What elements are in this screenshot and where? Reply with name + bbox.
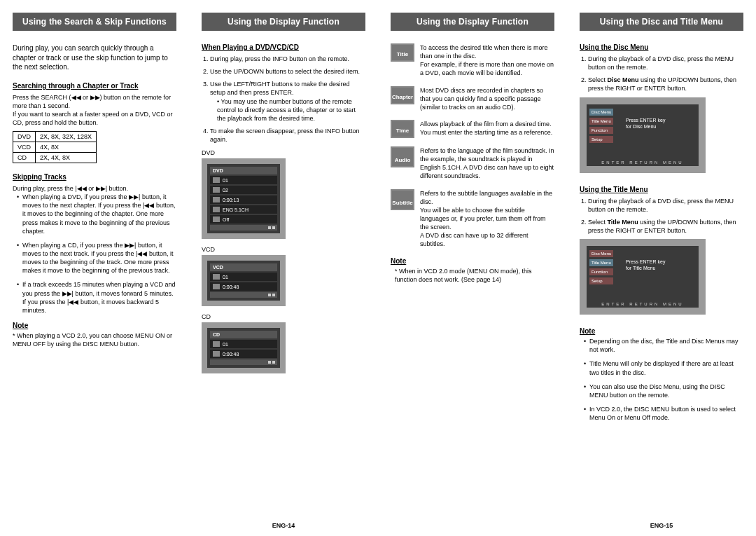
def-time: Time Allows playback of the film from a … (391, 120, 554, 138)
header-bar: Using the Search & Skip Functions (13, 13, 176, 31)
prev-icon: |◀◀ (67, 298, 78, 305)
col-disc-title-menu: Using the Disc and Title Menu Using the … (567, 0, 756, 536)
note-head: Note (580, 327, 743, 335)
fwd-icon: ▶▶ (90, 94, 100, 101)
menu-item: Disc Menu (589, 109, 613, 116)
t: Press the SEARCH ( (13, 94, 71, 101)
title-icon: Title (391, 43, 414, 62)
t: ENG 5.1CH (223, 207, 248, 212)
menu-item: Function (589, 127, 613, 134)
t: When playing a CD, if you press the (22, 242, 125, 249)
track-icon (213, 274, 220, 280)
tv-bottom-bar: ENTER RETURN MENU (587, 302, 699, 306)
t: Use the LEFT/RIGHT buttons to make the d… (210, 81, 349, 96)
subtitle-icon: Subtitle (391, 189, 414, 210)
menu-item: Setup (589, 277, 613, 284)
audio-icon: Audio (391, 146, 414, 167)
list-item: When playing a CD, if you press the ▶▶| … (17, 241, 176, 275)
next-icon: ▶▶| (96, 185, 107, 192)
speed-table: DVD2X, 8X, 32X, 128X VCD4X, 8X CD2X, 4X,… (13, 131, 97, 163)
t: Off (223, 217, 229, 222)
def-audio: Audio Refers to the language of the film… (391, 146, 554, 181)
def-text: To access the desired title when there i… (420, 43, 554, 78)
cell: CD (13, 153, 36, 163)
osd-label-cd: CD (202, 313, 365, 320)
rewind-icon: ◀◀ (71, 94, 81, 101)
t: 01 (223, 178, 228, 183)
note-text: * When in VCD 2.0 mode (MENU ON mode), t… (391, 267, 554, 284)
tv-title-menu: Disc Menu Title Menu Function Setup Pres… (580, 239, 706, 315)
def-title: Title To access the desired title when t… (391, 43, 554, 78)
list-item: Depending on the disc, the Title and Dis… (584, 337, 743, 354)
t: You may use the number buttons of the re… (217, 98, 356, 122)
subhead-play: When Playing a DVD/VCD/CD (202, 43, 365, 51)
tv-disc-menu: Disc Menu Title Menu Function Setup Pres… (580, 97, 706, 173)
osd-label-vcd: VCD (202, 246, 365, 253)
subhead-search: Searching through a Chapter or Track (13, 82, 176, 90)
t: button. (107, 185, 128, 192)
list-item: Use the LEFT/RIGHT buttons to make the d… (210, 80, 365, 123)
list-item: When playing a DVD, if you press the ▶▶|… (17, 193, 176, 235)
subhead-title: Using the Title Menu (580, 186, 743, 193)
list-item: During play, press the INFO button on th… (210, 55, 365, 63)
t: Select (588, 76, 608, 83)
col-display-2: Using the Display Function Title To acce… (378, 0, 567, 536)
chapter-icon: Chapter (391, 86, 414, 104)
track-icon (213, 341, 220, 347)
title-steps: During the playback of a DVD disc, press… (580, 197, 743, 235)
menu-item: Function (589, 268, 613, 275)
cell: 2X, 8X, 32X, 128X (36, 132, 97, 142)
list-item: You can also use the Disc Menu, using th… (584, 383, 743, 399)
list-item: If a track exceeds 15 minutes when playi… (17, 280, 176, 315)
t: 02 (223, 188, 228, 193)
menu-item: Title Menu (589, 118, 613, 125)
audio-icon (213, 207, 220, 212)
manual-spread: Using the Search & Skip Functions During… (0, 0, 756, 536)
def-text: Allows playback of the film from a desir… (420, 120, 554, 138)
next-icon: ▶▶| (129, 193, 140, 200)
time-icon (213, 197, 220, 202)
cell: 2X, 4X, 8X (36, 153, 97, 163)
page-number-left: ENG-14 (189, 522, 378, 529)
list-item: Title Menu will only be displayed if the… (584, 359, 743, 376)
t: Disc Menu (608, 76, 639, 83)
list-item: Use the UP/DOWN buttons to select the de… (210, 67, 365, 76)
def-text: Most DVD discs are recorded in chapters … (420, 86, 554, 111)
def-text: Refers to the language of the film sound… (420, 146, 554, 181)
next-icon: ▶▶| (125, 242, 136, 249)
time-icon (213, 351, 220, 357)
steps-list: During play, press the INFO button on th… (202, 55, 365, 144)
t: 0:00:13 (223, 198, 239, 202)
note-bullets: Depending on the disc, the Title and Dis… (580, 337, 743, 422)
note-head: Note (391, 257, 554, 265)
page-number-right: ENG-15 (567, 522, 756, 529)
t: for Disc Menu (626, 124, 656, 129)
tv-bottom-bar: ENTER RETURN MENU (587, 160, 699, 165)
list-item: During the playback of a DVD disc, press… (588, 55, 743, 71)
cell: 4X, 8X (36, 142, 97, 153)
def-subtitle: Subtitle Refers to the subtitle language… (391, 189, 554, 249)
substep: • You may use the number buttons of the … (210, 97, 365, 123)
t: When playing a DVD, if you press the (22, 193, 129, 200)
time-icon: Time (391, 120, 414, 138)
skip-line: During play, press the |◀◀ or ▶▶| button… (13, 184, 176, 193)
prev-icon: |◀◀ (143, 202, 154, 209)
t: CD (213, 332, 220, 337)
t: for Title Menu (626, 266, 655, 270)
menu-item: Title Menu (589, 259, 613, 266)
chapter-icon (213, 187, 220, 193)
list-item: Select Title Menu using the UP/DOWN butt… (588, 218, 743, 235)
time-icon (213, 284, 220, 289)
t: 0:00:48 (223, 284, 239, 289)
t: Title Menu (608, 219, 638, 226)
t: 0:00:48 (223, 352, 239, 357)
t: or (87, 185, 96, 192)
t: or (81, 94, 90, 101)
search-line1: Press the SEARCH (◀◀ or ▶▶) button on th… (13, 93, 176, 110)
osd-dvd: DVD 01 02 0:00:13 ENG 5.1CH Off (202, 158, 286, 239)
header-bar: Using the Disc and Title Menu (580, 13, 743, 31)
next-icon: ▶▶| (62, 290, 74, 297)
list-item: Select Disc Menu using the UP/DOWN butto… (588, 76, 743, 92)
prev-icon: |◀◀ (75, 185, 86, 192)
search-line2: If you want to search at a faster speed … (13, 110, 176, 127)
